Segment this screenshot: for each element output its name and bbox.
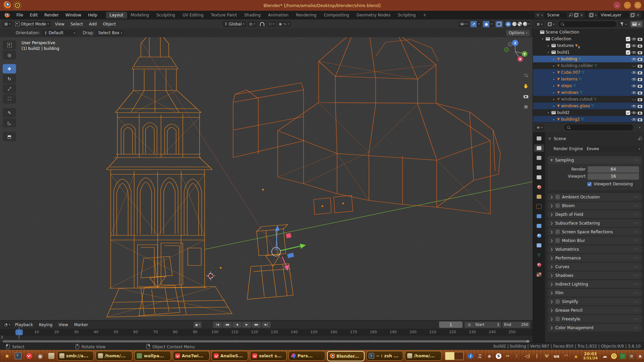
hide-eye-icon[interactable]: [632, 90, 636, 95]
pin-icon[interactable]: [569, 13, 573, 17]
viewport-menu-select[interactable]: Select: [67, 22, 86, 26]
tool-annotate[interactable]: ✎: [3, 108, 16, 117]
viewport-menu-view[interactable]: View: [52, 22, 67, 26]
taskbar-window-button[interactable]: Blender...: [327, 351, 365, 361]
panel-checkbox[interactable]: [555, 195, 560, 199]
tray-expand-icon[interactable]: ▲: [573, 354, 579, 358]
disable-render-icon[interactable]: [638, 64, 642, 68]
blender-menu-icon[interactable]: [4, 13, 10, 17]
properties-tab-output[interactable]: [534, 154, 544, 162]
hide-eye-icon[interactable]: [632, 77, 636, 81]
workspace-tab[interactable]: UV Editing: [179, 12, 207, 18]
drag-dots-icon[interactable]: ∷∷: [634, 308, 639, 312]
disable-render-icon[interactable]: [638, 90, 642, 95]
launcher-star-icon[interactable]: ★: [3, 352, 11, 360]
volume-tray-icon[interactable]: ◁): [524, 353, 531, 359]
properties-tab-object[interactable]: [534, 203, 544, 210]
panel-ambient-occlusion[interactable]: ❯Ambient Occlusion∷∷: [548, 193, 642, 201]
minimize-button[interactable]: –: [624, 2, 631, 9]
expander-icon[interactable]: ▾: [541, 38, 544, 41]
drag-dots-icon[interactable]: ∷∷: [634, 230, 639, 234]
properties-tab-texture[interactable]: [534, 271, 544, 278]
pin-icon[interactable]: [638, 137, 642, 141]
menu-window[interactable]: Window: [62, 13, 85, 17]
close-button[interactable]: ▢: [634, 2, 641, 9]
outliner-object-cube-007[interactable]: ▸▼Cube.007▽: [533, 69, 644, 76]
viewport-menu-add[interactable]: Add: [86, 22, 100, 26]
panel-subsurface-scattering[interactable]: ❯Subsurface Scattering∷∷: [548, 219, 642, 227]
exclude-checkbox[interactable]: [626, 111, 630, 115]
properties-tab-viewlayer[interactable]: [534, 164, 544, 171]
viewport-canvas[interactable]: [0, 19, 533, 320]
workspace-tab[interactable]: Modeling: [127, 12, 153, 18]
expander-icon[interactable]: ▸: [552, 58, 556, 61]
pager-current-desktop[interactable]: [445, 352, 454, 360]
pan-hand-button[interactable]: ✋: [522, 82, 530, 90]
tool-add-cube[interactable]: ⬒: [3, 132, 16, 141]
disable-render-icon[interactable]: [638, 104, 642, 108]
transform-orientation-selector[interactable]: ↥ Global ▾: [223, 21, 246, 27]
hide-eye-icon[interactable]: [632, 37, 636, 41]
drag-dots-icon[interactable]: ∷∷: [634, 204, 639, 207]
delete-scene-icon[interactable]: ×: [580, 13, 583, 17]
outliner-filter-type[interactable]: ▾: [546, 21, 556, 27]
drag-dots-icon[interactable]: ∷∷: [634, 239, 639, 242]
expander-icon[interactable]: ▸: [552, 118, 556, 121]
skype-tray-icon[interactable]: S: [496, 353, 501, 359]
panel-checkbox[interactable]: [555, 299, 560, 304]
axis-negative-handle[interactable]: [508, 42, 512, 46]
outliner-collection-build2[interactable]: ▾build2: [533, 109, 644, 116]
options-button[interactable]: Options▾: [506, 30, 530, 36]
delete-viewlayer-icon[interactable]: ×: [636, 13, 640, 17]
viewport-3d[interactable]: ⊞▾ Object Mode ▾ ViewSelectAddObject ↥ G…: [0, 19, 533, 320]
disable-render-icon[interactable]: [638, 37, 642, 41]
wireframe-building-right[interactable]: [233, 31, 500, 215]
outliner-collection-scene-collection[interactable]: Scene Collection: [533, 29, 644, 36]
workspace-tab[interactable]: Rendering: [292, 12, 320, 18]
panel-volumetrics[interactable]: ❯Volumetrics∷∷: [548, 245, 642, 253]
drag-dots-icon[interactable]: ∷∷: [634, 282, 639, 286]
panel-curves[interactable]: ❯Curves∷∷: [548, 263, 642, 270]
transport-button-5[interactable]: ▶|: [262, 322, 271, 328]
expander-icon[interactable]: ▸: [552, 64, 556, 67]
outliner-object-building-collider[interactable]: ▸▼building.collider▽: [533, 62, 644, 69]
drag-dots-icon[interactable]: ∷∷: [634, 291, 639, 295]
properties-tab-collection[interactable]: [534, 193, 544, 200]
tool-measure[interactable]: ◺: [3, 118, 16, 127]
timeline-scrollbar[interactable]: [3, 340, 529, 343]
hide-eye-icon[interactable]: [632, 70, 636, 75]
window-shade-button[interactable]: ⌄: [613, 2, 621, 9]
panel-bloom[interactable]: ❯Bloom∷∷: [548, 202, 642, 209]
timeline-menu-keying[interactable]: Keying: [36, 322, 55, 327]
properties-editor-type[interactable]: ≡▾: [535, 124, 544, 130]
frame-start-field[interactable]: Start1: [474, 322, 501, 328]
keyboard-layout-indicator[interactable]: us: [553, 354, 560, 359]
hide-eye-icon[interactable]: [632, 57, 636, 61]
duplicate-viewlayer-icon[interactable]: [631, 13, 635, 17]
panel-performance[interactable]: ❯Performance∷∷: [548, 254, 642, 262]
panel-checkbox[interactable]: [555, 203, 560, 208]
properties-tab-particles[interactable]: [534, 222, 544, 230]
viewlayer-selector[interactable]: ▾ ViewLayer ×: [588, 12, 641, 18]
gizmo-toggle[interactable]: ↗: [471, 21, 477, 27]
frame-end-field[interactable]: End250: [502, 322, 530, 328]
properties-tab-render[interactable]: [534, 144, 544, 152]
hide-eye-icon[interactable]: [632, 84, 636, 88]
filter-dropdown[interactable]: ▾: [619, 21, 629, 27]
outliner-object-lanterns[interactable]: ▸▼lanterns▽: [533, 76, 644, 82]
drag-dropdown[interactable]: Select Box ▾: [97, 30, 124, 36]
sampling-viewport-field[interactable]: 16: [588, 173, 639, 180]
expander-icon[interactable]: ▸: [546, 44, 550, 47]
drag-dots-icon[interactable]: ∷∷: [634, 326, 639, 329]
panel-checkbox[interactable]: [555, 230, 560, 234]
zoom-button[interactable]: [522, 71, 530, 79]
properties-tab-data[interactable]: ▽: [534, 251, 544, 259]
drag-dots-icon[interactable]: ∷∷: [634, 213, 639, 216]
outliner-collection-textures[interactable]: ▸textures▼8: [533, 42, 644, 49]
panel-indirect-lighting[interactable]: ❯Indirect Lighting∷∷: [548, 280, 642, 288]
disable-render-icon[interactable]: [638, 111, 642, 115]
render-engine-dropdown[interactable]: Eevee ▾: [585, 146, 642, 152]
expander-icon[interactable]: ▾: [546, 51, 550, 54]
properties-options-icon[interactable]: ▾: [639, 126, 640, 129]
drag-dots-icon[interactable]: ∷∷: [634, 274, 639, 277]
